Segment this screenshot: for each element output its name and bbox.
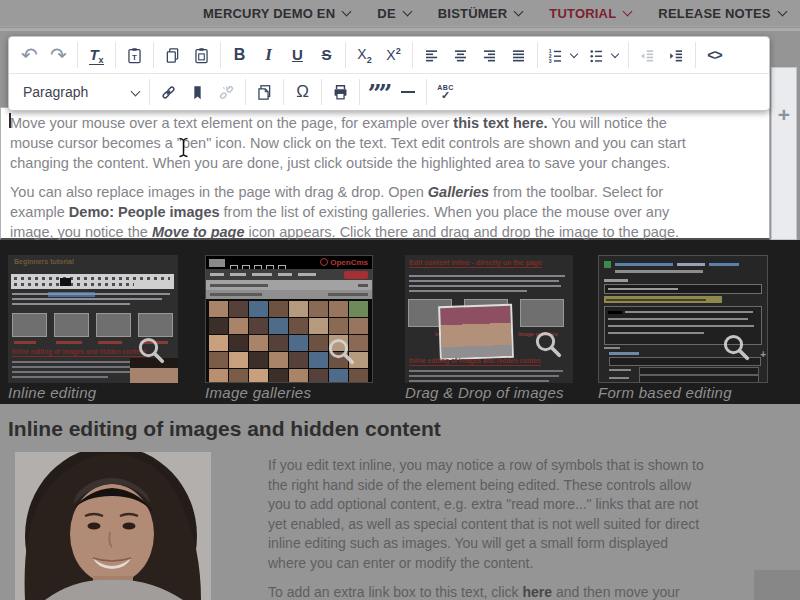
decor: [309, 318, 328, 334]
decor: [249, 335, 268, 351]
decor: [457, 59, 464, 61]
decor: [56, 341, 82, 344]
text-segment: the right hand side of the element being…: [268, 477, 691, 493]
decor: T: [132, 52, 137, 61]
decor: [167, 51, 175, 61]
align-justify-button[interactable]: [505, 42, 532, 69]
anchor-icon: [188, 83, 207, 102]
nav-item-bistumer[interactable]: BISTÜMER: [438, 6, 523, 21]
chevron-down-icon: [570, 50, 578, 58]
decor: [192, 46, 211, 65]
decor: [667, 46, 686, 65]
align-center-button[interactable]: [447, 42, 474, 69]
thumbnail-caption: Inline editing: [8, 384, 96, 401]
decor: [226, 85, 233, 92]
special-char-button[interactable]: Ω: [289, 79, 316, 106]
decor: [604, 284, 762, 294]
decor: [554, 55, 561, 56]
footer-corner: [754, 570, 800, 600]
decor: [401, 91, 415, 93]
outdent-icon: [638, 46, 657, 65]
zoom-icon[interactable]: [136, 335, 166, 369]
nav-divider: [0, 28, 800, 31]
decor: [740, 351, 748, 359]
remove-format-icon: Tx: [89, 46, 103, 65]
decor: [676, 59, 682, 61]
paste-button[interactable]: [188, 42, 215, 69]
thumbnail-image-galleries[interactable]: OpenCms: [205, 255, 373, 383]
text-segment: To add an extra link box to this text, c…: [268, 584, 522, 600]
nav-item-label: RELEASE NOTES: [658, 6, 770, 21]
decor: ABC✓: [437, 84, 453, 101]
redo-button[interactable]: ↷: [45, 42, 72, 69]
align-right-button[interactable]: [476, 42, 503, 69]
unlink-icon: [217, 83, 236, 102]
decor: [138, 313, 173, 337]
numbered-list-button[interactable]: 123: [543, 42, 582, 69]
add-content-panel[interactable]: +: [771, 67, 797, 240]
thumbnail-drag-drop[interactable]: Edit content inline - directly on the pa…: [405, 255, 573, 383]
decor: OpenCms: [206, 256, 372, 269]
thumbnail-inline-editing[interactable]: Beginners tutorial Inline editing of ima…: [8, 255, 178, 383]
decor: [229, 318, 248, 334]
thumbnail-caption: Image galleries: [205, 384, 311, 401]
decor: [331, 83, 350, 102]
decor: [595, 55, 602, 56]
nav-item-mercury-demo-en[interactable]: MERCURY DEMO EN: [203, 6, 350, 21]
text-segment: changing the content. When you are done,…: [10, 155, 670, 171]
source-code-button[interactable]: <>: [701, 42, 728, 69]
remove-format-button[interactable]: Tx: [83, 42, 110, 69]
decor: [206, 290, 372, 299]
superscript-icon: X2: [386, 46, 400, 64]
decor: [677, 263, 705, 266]
decor: [337, 93, 344, 99]
nav-item-tutorial[interactable]: TUTORIAL: [549, 6, 631, 21]
align-justify-icon: [509, 46, 528, 65]
thumb-title: Beginners tutorial: [14, 258, 74, 265]
zoom-icon[interactable]: [326, 336, 356, 370]
horizontal-rule-button[interactable]: [394, 79, 421, 106]
subscript-button[interactable]: X2: [351, 42, 378, 69]
align-left-button[interactable]: [418, 42, 445, 69]
decor: [426, 59, 433, 61]
thumbnail-form-editing[interactable]: +: [598, 255, 768, 383]
insert-template-button[interactable]: [251, 79, 278, 106]
indent-button[interactable]: [663, 42, 690, 69]
italic-button[interactable]: I: [255, 42, 282, 69]
insert-template-icon: [255, 83, 274, 102]
nav-item-label: DE: [377, 6, 395, 21]
bold-button[interactable]: B: [226, 42, 253, 69]
decor: [209, 259, 225, 267]
copy-button[interactable]: [159, 42, 186, 69]
bullet-list-button[interactable]: [584, 42, 623, 69]
strikethrough-button[interactable]: S: [313, 42, 340, 69]
decor: [206, 280, 372, 290]
link-button[interactable]: [155, 79, 182, 106]
undo-button[interactable]: ↶: [16, 42, 43, 69]
add-content-plus-icon[interactable]: +: [772, 104, 796, 125]
print-button[interactable]: [327, 79, 354, 106]
toolbar-group: [413, 42, 538, 68]
superscript-button[interactable]: X2: [380, 42, 407, 69]
nav-item-release-notes[interactable]: RELEASE NOTES: [658, 6, 785, 21]
nav-item-de[interactable]: DE: [377, 6, 410, 21]
decor: [426, 50, 437, 52]
style-select[interactable]: Paragraph: [15, 79, 145, 105]
decor: [229, 369, 248, 383]
zoom-icon[interactable]: [721, 332, 751, 366]
text-segment: icon appears. Click there and drag and d…: [245, 224, 679, 240]
text-segment: If you edit text inline, you may notice …: [268, 457, 704, 473]
zoom-icon[interactable]: [533, 329, 563, 363]
decor: [608, 318, 748, 320]
paste-as-text-button[interactable]: T: [121, 42, 148, 69]
anchor-button[interactable]: [184, 79, 211, 106]
thumbnail-caption: Form based editing: [598, 384, 732, 401]
underline-button[interactable]: U: [284, 42, 311, 69]
chevron-down-icon: [131, 87, 141, 97]
decor: [647, 53, 653, 55]
decor: [488, 53, 495, 55]
decor: [358, 284, 368, 287]
blockquote-button[interactable]: ””: [365, 79, 392, 106]
spellcheck-button[interactable]: ABC✓: [432, 79, 459, 106]
inline-editor-content[interactable]: Move your mouse over a text element on t…: [0, 107, 770, 240]
